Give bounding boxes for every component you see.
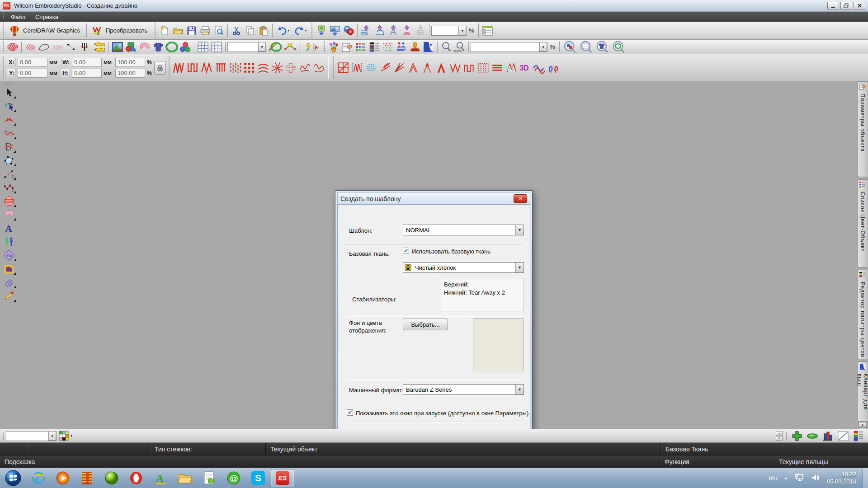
monogram-tool[interactable]: ABc: [1, 249, 17, 262]
y-field[interactable]: 0.00: [18, 69, 47, 78]
x-field[interactable]: 0.00: [18, 58, 47, 67]
start-orb-icon[interactable]: [0, 469, 26, 487]
motif-curl2-icon[interactable]: [312, 57, 326, 78]
toolbar-grip[interactable]: [154, 23, 156, 38]
chevron-down-icon[interactable]: ▼: [515, 225, 524, 235]
show-desktop-button[interactable]: [863, 468, 868, 488]
aspect-lock-icon[interactable]: [154, 61, 166, 75]
tab-color-object-list[interactable]: Список Цвет-Объект: [857, 179, 868, 267]
insert-image-icon[interactable]: [328, 25, 342, 37]
clock[interactable]: 10:22 05.09.2014: [827, 471, 856, 485]
send-to-stack-icon[interactable]: [359, 25, 373, 37]
satin-zigzag-icon[interactable]: [172, 57, 186, 78]
send-to-machine-icon[interactable]: [373, 25, 387, 37]
design-tool-icon[interactable]: [75, 469, 99, 487]
feather-mid-icon[interactable]: [420, 57, 434, 78]
chart-icon[interactable]: [821, 430, 835, 442]
grid-points-icon[interactable]: [210, 41, 223, 53]
choose-colors-button[interactable]: Выбрать...: [403, 319, 448, 330]
chevron-down-icon[interactable]: ▾: [539, 42, 547, 52]
hatch-patch-icon[interactable]: [24, 41, 37, 53]
toolbar-grip[interactable]: [168, 56, 170, 80]
tab-palette-editor[interactable]: Редактор палитры цветов: [857, 270, 868, 359]
freehand-tool[interactable]: [1, 127, 17, 140]
chevron-down-icon[interactable]: ▾: [258, 42, 266, 52]
loops-icon[interactable]: [546, 57, 560, 78]
branch-icon[interactable]: [283, 41, 299, 53]
select-tool[interactable]: [1, 86, 17, 99]
fabric-combo[interactable]: Чистый хлопок▼: [403, 262, 524, 273]
zoom-100-icon[interactable]: 100%: [453, 41, 467, 53]
tray-expand-icon[interactable]: ▲: [784, 476, 788, 480]
menu-grip[interactable]: [2, 13, 4, 20]
tab-clipart[interactable]: Клипарт для выш: [857, 361, 868, 422]
zoom-factor-combo[interactable]: ▾: [227, 42, 266, 52]
copy-icon[interactable]: [243, 25, 257, 37]
square-wave-icon[interactable]: [462, 57, 476, 78]
open-icon[interactable]: [171, 25, 185, 37]
stitch-select-combo[interactable]: ▾: [6, 431, 57, 441]
lettering-tool[interactable]: A: [1, 221, 17, 235]
tabstrip-scroll-up[interactable]: ▲: [859, 422, 867, 427]
save-icon[interactable]: [185, 25, 198, 37]
fold-zigzag-icon[interactable]: [186, 57, 200, 78]
w-zigzag-icon[interactable]: [448, 57, 462, 78]
freehand-pencil-tool[interactable]: [1, 289, 17, 303]
show-on-startup-label[interactable]: Показывать это окно при запуске (доступн…: [356, 410, 528, 417]
team-names-icon[interactable]: [395, 41, 408, 53]
add-color-icon[interactable]: [790, 430, 804, 442]
contour-icon[interactable]: [256, 57, 270, 78]
dialog-titlebar[interactable]: Создать по шаблону ✕: [337, 192, 530, 204]
scale-w-field[interactable]: 100.00: [115, 58, 145, 67]
polyline-stitch-tool[interactable]: 1: [1, 181, 17, 194]
shapes-icon[interactable]: [124, 41, 138, 53]
stitch-leaf-icon[interactable]: [6, 41, 19, 53]
garment-icon[interactable]: [151, 41, 165, 53]
zoom-shapes-icon[interactable]: [561, 41, 578, 53]
stamp-icon[interactable]: [408, 41, 422, 53]
thread-balls-icon[interactable]: [179, 41, 192, 53]
send-to-grid-icon[interactable]: [414, 25, 427, 37]
use-fabric-checkbox[interactable]: ✔: [403, 248, 409, 254]
chevron-down-icon[interactable]: ▾: [48, 431, 56, 441]
fusion-grid-icon[interactable]: [336, 57, 350, 78]
w-field[interactable]: 0.00: [72, 58, 102, 67]
fish-pair-icon[interactable]: [91, 41, 107, 53]
measure-line-icon[interactable]: [64, 41, 78, 53]
dot-block-icon[interactable]: [476, 57, 490, 78]
coreldraw-button[interactable]: CorelDRAW Graphics: [6, 25, 85, 37]
toolbar-grip[interactable]: [311, 23, 313, 38]
toolbar-grip[interactable]: [2, 56, 4, 80]
zoom-dots-icon[interactable]: [578, 41, 594, 53]
zoom-percent-combo[interactable]: ▾: [471, 42, 547, 52]
fill-circle-tool[interactable]: [1, 194, 17, 208]
feather-bold-icon[interactable]: [434, 57, 448, 78]
digitize-tool[interactable]: [1, 140, 17, 154]
redo-icon[interactable]: ▾: [292, 25, 309, 37]
internet-explorer-icon[interactable]: e: [27, 469, 50, 487]
stitch-arc-tool[interactable]: [1, 113, 17, 127]
reshape-tool[interactable]: [1, 99, 17, 113]
green-orb-icon[interactable]: [100, 469, 123, 487]
options-icon[interactable]: [481, 25, 494, 37]
design-size-combo[interactable]: ▾: [431, 26, 467, 36]
applique-tool[interactable]: [1, 262, 17, 276]
motif-block-icon[interactable]: [284, 57, 298, 78]
grid-icon[interactable]: [196, 41, 210, 53]
volume-icon[interactable]: [811, 473, 821, 483]
sculpture-icon[interactable]: [504, 57, 518, 78]
figures-tool[interactable]: [1, 235, 17, 249]
trident-icon[interactable]: [78, 41, 91, 53]
color-object-list-icon[interactable]: [354, 41, 368, 53]
outline-leaf-icon[interactable]: [37, 41, 51, 53]
design-flowers-icon[interactable]: [327, 41, 340, 53]
run-stitch-tool[interactable]: 1: [1, 167, 17, 181]
chevron-down-icon[interactable]: ▼: [515, 385, 524, 394]
show-on-startup-checkbox[interactable]: ✔: [347, 409, 353, 416]
threed-icon[interactable]: 3D: [518, 57, 532, 78]
machine-format-combo[interactable]: Barudan Z Series▼: [403, 384, 524, 395]
language-indicator[interactable]: RU: [769, 474, 778, 482]
close-button[interactable]: [854, 2, 865, 10]
paste-icon[interactable]: [257, 25, 270, 37]
estitch-frame-icon[interactable]: [350, 57, 364, 78]
